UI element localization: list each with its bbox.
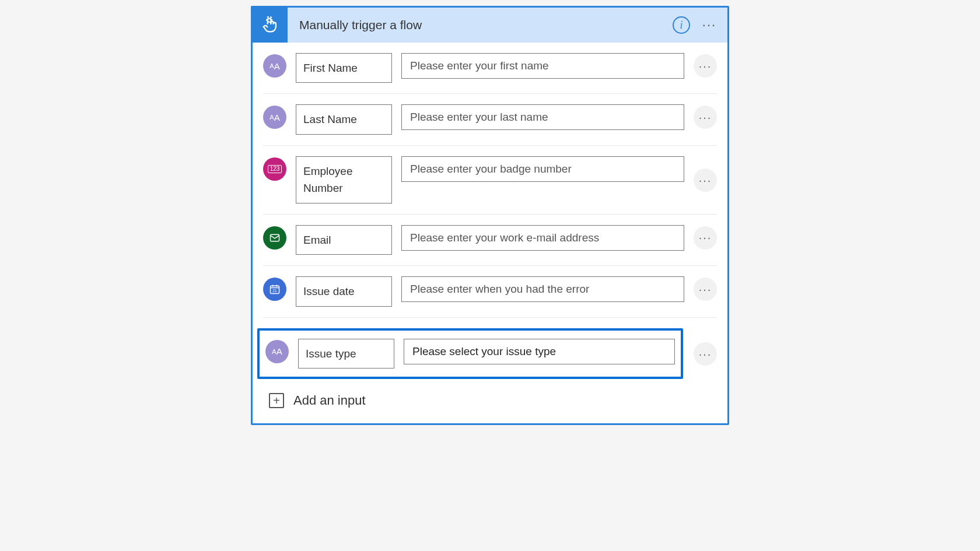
input-placeholder-field[interactable] [401, 104, 684, 130]
row-menu-button[interactable]: ··· [694, 54, 717, 78]
text-type-icon: AA [265, 340, 289, 363]
input-placeholder-field[interactable] [404, 339, 675, 364]
row-menu-button[interactable]: ··· [694, 169, 717, 192]
date-type-icon: 21 [263, 278, 286, 301]
row-menu-button[interactable]: ··· [694, 342, 717, 366]
card-title: Manually trigger a flow [288, 18, 673, 32]
row-menu-button[interactable]: ··· [694, 278, 717, 301]
input-placeholder-field[interactable] [401, 225, 684, 251]
add-input-button[interactable]: + Add an input [263, 379, 717, 413]
card-body: AA ··· AA ··· 123 ··· [253, 43, 727, 423]
card-header: Manually trigger a flow i ··· [253, 8, 727, 43]
row-menu-button[interactable]: ··· [694, 106, 717, 129]
text-type-icon: AA [263, 54, 286, 78]
trigger-card: Manually trigger a flow i ··· AA ··· AA … [251, 6, 729, 425]
email-type-icon [263, 226, 286, 250]
input-name-field[interactable] [296, 156, 392, 203]
touch-icon [260, 15, 280, 35]
svg-text:21: 21 [272, 289, 277, 293]
row-menu-button[interactable]: ··· [694, 226, 717, 250]
info-button[interactable]: i [673, 16, 690, 34]
add-input-label: Add an input [293, 393, 366, 408]
input-name-field[interactable] [296, 225, 392, 255]
input-row-highlighted: AA ··· [263, 318, 717, 379]
input-name-field[interactable] [298, 339, 394, 368]
input-name-field[interactable] [296, 104, 392, 134]
input-row: 21 ··· [263, 266, 717, 317]
input-name-field[interactable] [296, 276, 392, 306]
input-placeholder-field[interactable] [401, 156, 684, 182]
input-placeholder-field[interactable] [401, 276, 684, 302]
number-type-icon: 123 [263, 157, 286, 181]
input-row: ··· [263, 215, 717, 266]
trigger-icon [253, 8, 288, 43]
input-row: 123 ··· [263, 146, 717, 215]
card-menu-button[interactable]: ··· [701, 16, 718, 34]
input-row: AA ··· [263, 94, 717, 145]
input-row: AA ··· [263, 43, 717, 94]
plus-icon: + [269, 393, 284, 408]
text-type-icon: AA [263, 106, 286, 129]
input-placeholder-field[interactable] [401, 53, 684, 79]
input-name-field[interactable] [296, 53, 392, 83]
